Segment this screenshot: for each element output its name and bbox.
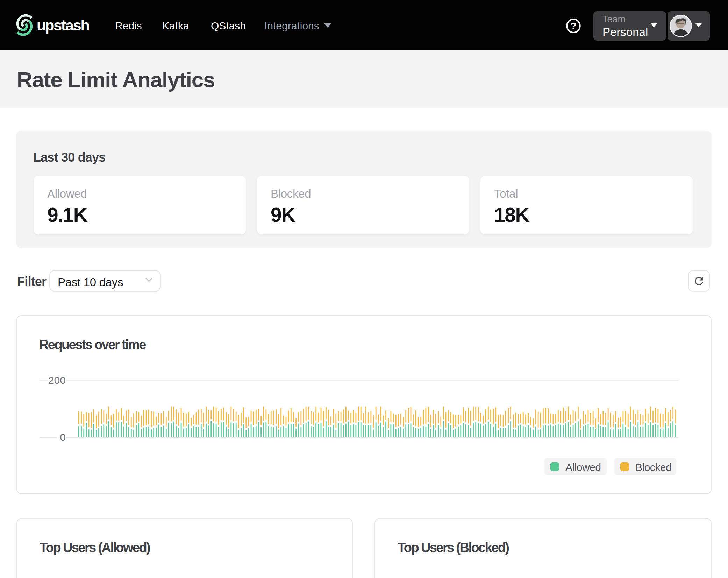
svg-text:?: ? bbox=[570, 21, 576, 31]
